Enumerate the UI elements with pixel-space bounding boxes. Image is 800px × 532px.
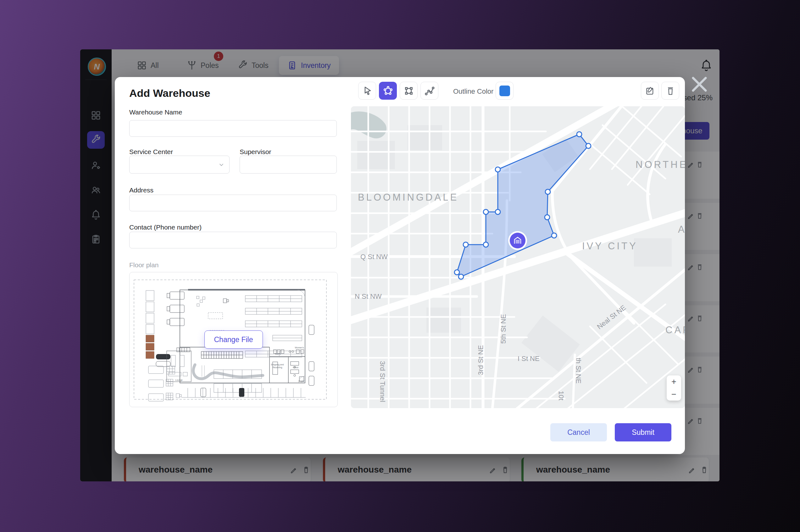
polyline-tool-button[interactable] <box>420 82 438 100</box>
chevron-down-icon <box>218 161 225 168</box>
contact-input[interactable] <box>129 232 337 248</box>
outline-color-swatch <box>499 86 510 96</box>
zoom-in-button[interactable]: + <box>667 375 681 388</box>
outline-color-label: Outline Color <box>453 88 493 96</box>
map-delete-button[interactable] <box>661 82 679 100</box>
address-input[interactable] <box>129 195 337 211</box>
desktop-background: N All <box>0 0 800 532</box>
contact-label: Contact (Phone number) <box>129 224 202 231</box>
floor-plan-room-label: Receiving <box>273 366 282 369</box>
floor-plan-room-label: Women's <box>295 346 304 349</box>
map-street-label: 3rd St NE <box>477 345 484 375</box>
supervisor-label: Supervisor <box>240 148 271 156</box>
map-street-label: th St NE <box>574 358 583 384</box>
floor-plan-room-label: Office <box>293 366 299 368</box>
service-center-select[interactable] <box>129 156 230 174</box>
map-street-label: 5th St NE <box>499 314 507 344</box>
outline-color-picker[interactable] <box>496 82 514 100</box>
close-icon <box>690 75 708 93</box>
address-label: Address <box>129 187 153 194</box>
map-street-label: Q St NW <box>360 253 388 261</box>
polygon-tool-button[interactable] <box>379 82 397 100</box>
floor-plan-room-label: Lounge <box>175 379 183 381</box>
warehouse-marker[interactable] <box>508 231 527 250</box>
warehouse-name-label: Warehouse Name <box>129 109 182 116</box>
map-street-label: 3rd St Tunnel <box>379 361 386 402</box>
change-file-button[interactable]: Change File <box>204 330 263 349</box>
service-center-label: Service Center <box>129 148 173 156</box>
rectangle-tool-icon <box>403 86 414 96</box>
map-canvas[interactable]: BLOOMINGDALE NORTHEAST IVY CITY CARVER A… <box>351 106 685 408</box>
map-base: BLOOMINGDALE NORTHEAST IVY CITY CARVER A… <box>351 106 685 408</box>
floor-plan-room-label: Shipping and <box>271 363 284 366</box>
edit-icon <box>645 86 655 96</box>
floor-plan-card: Lounge Men's Women's Office Shipping and… <box>129 272 338 407</box>
warehouse-name-input[interactable] <box>129 120 337 137</box>
rectangle-tool-button[interactable] <box>400 82 418 100</box>
map-area-label: A <box>678 224 685 235</box>
modal-title: Add Warehouse <box>129 87 210 99</box>
submit-button[interactable]: Submit <box>615 423 671 441</box>
supervisor-input[interactable] <box>240 156 337 174</box>
floor-plan-room-label: Foyer <box>299 380 305 382</box>
polyline-tool-icon <box>424 86 435 96</box>
modal-close-button[interactable] <box>690 75 708 93</box>
trash-icon <box>665 86 676 96</box>
floor-plan-room-label: Men's <box>275 353 281 355</box>
map-area-label: IVY CITY <box>582 241 638 251</box>
add-warehouse-modal: Add Warehouse Warehouse Name Service Cen… <box>115 77 685 454</box>
map-area-label: NORTHEAST <box>635 159 685 170</box>
map-area-label: CARVER <box>665 324 685 336</box>
select-tool-button[interactable] <box>358 82 376 100</box>
map-area-label: BLOOMINGDALE <box>358 192 458 203</box>
cancel-button[interactable]: Cancel <box>550 423 607 441</box>
floor-plan-label: Floor plan <box>129 261 158 269</box>
zoom-out-button[interactable]: − <box>667 388 681 401</box>
map-street-label: I St NE <box>518 355 540 363</box>
map-street-label: 10t <box>557 391 565 401</box>
map-zoom-control: + − <box>667 375 681 401</box>
cursor-icon <box>362 86 373 96</box>
map-street-label: N St NW <box>355 292 382 300</box>
polygon-tool-icon <box>383 86 394 96</box>
map-edit-button[interactable] <box>641 82 659 100</box>
